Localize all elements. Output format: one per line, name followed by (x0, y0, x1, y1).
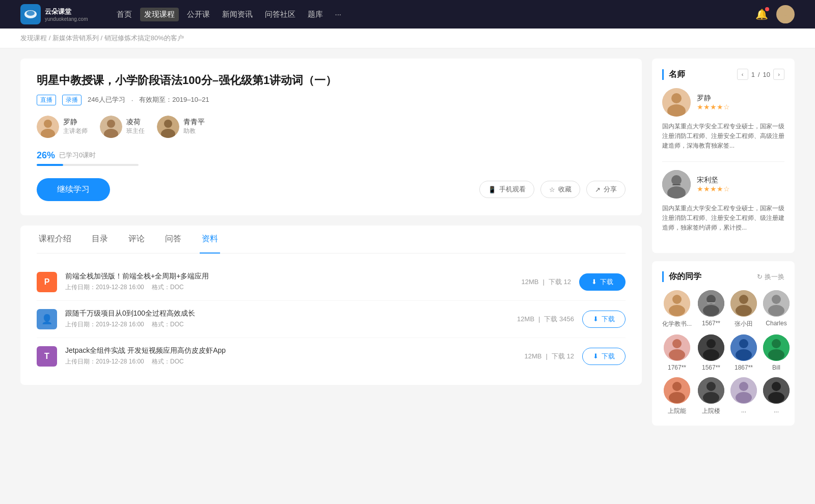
content-area: 明星中教授课，小学阶段语法100分–强化级第1讲动词（一） 直播 录播 246人… (20, 59, 642, 434)
classmate-6[interactable]: 1867** (730, 334, 757, 371)
svg-point-34 (672, 339, 682, 348)
prev-page-btn[interactable]: ‹ (737, 69, 748, 80)
page-total: 10 (763, 71, 770, 78)
classmate-0[interactable]: 化学教书... (662, 290, 692, 328)
logo-sub: yunduoketang.com (45, 16, 88, 22)
logo-name: 云朵课堂 (45, 7, 88, 16)
continue-button[interactable]: 继续学习 (37, 178, 110, 201)
sidebar-teacher-desc-1: 国内某重点大学安全工程专业硕士，国家一级注册消防工程师、注册安全工程师、级注册建… (662, 204, 784, 233)
resource-stats-1: 12MB | 下载 3456 (517, 315, 574, 324)
resource-meta-0: 上传日期：2019-12-28 16:00 格式：DOC (65, 283, 513, 292)
classmate-avatar-4 (664, 334, 690, 361)
svg-point-35 (669, 349, 685, 360)
classmate-9[interactable]: 上院楼 (698, 377, 724, 415)
tab-catalog[interactable]: 目录 (90, 226, 110, 254)
download-button-1[interactable]: ⬇ 下载 (582, 311, 626, 328)
svg-point-49 (707, 382, 716, 391)
main-layout: 明星中教授课，小学阶段语法100分–强化级第1讲动词（一） 直播 录播 246人… (0, 48, 815, 444)
teacher-1: 凌荷 班主任 (100, 116, 145, 138)
teacher-role-0: 主讲老师 (63, 127, 88, 135)
classmate-name-11: ... (774, 407, 779, 414)
breadcrumb-series[interactable]: 新媒体营销系列 (52, 34, 99, 42)
teacher-avatar-2 (157, 116, 179, 138)
nav-more[interactable]: ··· (331, 8, 346, 21)
resource-info-0: 前端全栈加强版！前端全栈+全周期+多端应用 上传日期：2019-12-28 16… (65, 272, 513, 292)
teacher-name-0: 罗静 (63, 118, 88, 127)
svg-point-31 (772, 295, 781, 304)
sidebar-teacher-desc-0: 国内某重点大学安全工程专业硕士，国家一级注册消防工程师、注册安全工程师、高级注册… (662, 122, 784, 151)
nav-news[interactable]: 新闻资讯 (218, 8, 257, 21)
svg-point-41 (736, 349, 752, 360)
progress-bar (37, 164, 139, 166)
classmate-3[interactable]: Charles (763, 290, 790, 328)
svg-point-28 (739, 295, 748, 304)
page-current: 1 (751, 71, 755, 78)
svg-rect-26 (707, 302, 715, 303)
sidebar-teacher-1: 宋利坚 ★★★★☆ 国内某重点大学安全工程专业硕士，国家一级注册消防工程师、注册… (662, 170, 784, 233)
classmate-name-9: 上院楼 (702, 407, 720, 415)
refresh-icon: ↻ (757, 273, 763, 281)
classmate-4[interactable]: 1767** (662, 334, 692, 371)
classmate-7[interactable]: Bill (763, 334, 790, 371)
download-button-0[interactable]: ⬇ 下载 (579, 273, 626, 291)
tab-review[interactable]: 评论 (126, 226, 147, 254)
nav-qa[interactable]: 问答社区 (261, 8, 300, 21)
classmate-11[interactable]: ... (763, 377, 790, 415)
tab-intro[interactable]: 课程介绍 (37, 226, 73, 254)
teacher-avatar-1 (100, 116, 122, 138)
svg-point-8 (107, 120, 115, 128)
tab-qa[interactable]: 问答 (163, 226, 183, 254)
badge-live: 直播 (37, 95, 56, 105)
svg-point-38 (703, 349, 719, 360)
refresh-button[interactable]: ↻ 换一换 (757, 272, 784, 282)
classmate-5[interactable]: 1567** (698, 334, 724, 371)
resource-info-2: Jetpack全组件实战 开发短视频应用高仿皮皮虾App 上传日期：2019-1… (65, 346, 517, 366)
tab-resource[interactable]: 资料 (200, 226, 220, 254)
svg-point-3 (779, 16, 792, 23)
sidebar-teacher-name-1: 宋利坚 (697, 176, 730, 185)
tabs-section: 课程介绍 目录 评论 问答 资料 P 前端全栈加强版！前端全栈+全周期+多端应用… (20, 226, 642, 385)
classmate-1[interactable]: 1567** (698, 290, 724, 328)
valid-date: 有效期至：2019–10–21 (139, 95, 209, 104)
resource-title-2: Jetpack全组件实战 开发短视频应用高仿皮皮虾App (65, 346, 517, 355)
resource-icon-2: T (37, 346, 57, 367)
bell-icon[interactable]: 🔔 (755, 8, 768, 20)
course-card: 明星中教授课，小学阶段语法100分–强化级第1讲动词（一） 直播 录播 246人… (20, 59, 642, 215)
breadcrumb: 发现课程 / 新媒体营销系列 / 销冠修炼术搞定80%的客户 (0, 29, 815, 48)
classmate-avatar-9 (698, 377, 724, 404)
header: 云朵课堂 yunduoketang.com 首页 发现课程 公开课 新闻资讯 问… (0, 0, 815, 29)
nav-quiz[interactable]: 题库 (304, 8, 327, 21)
download-icon-0: ⬇ (591, 278, 597, 286)
nav-discover[interactable]: 发现课程 (140, 8, 179, 21)
next-page-btn[interactable]: › (773, 69, 784, 80)
nav-home[interactable]: 首页 (113, 8, 136, 21)
breadcrumb-discover[interactable]: 发现课程 (20, 34, 47, 42)
classmate-2[interactable]: 张小田 (730, 290, 757, 328)
download-button-2[interactable]: ⬇ 下载 (582, 348, 626, 365)
resource-title-0: 前端全栈加强版！前端全栈+全周期+多端应用 (65, 272, 513, 281)
badge-record: 录播 (62, 95, 82, 105)
svg-point-44 (768, 349, 784, 360)
classmate-avatar-0 (664, 290, 690, 317)
share-button[interactable]: ↗ 分享 (586, 181, 626, 198)
pagination: ‹ 1 / 10 › (737, 69, 784, 80)
course-title: 明星中教授课，小学阶段语法100分–强化级第1讲动词（一） (37, 73, 626, 89)
resource-item-2: T Jetpack全组件实战 开发短视频应用高仿皮皮虾App 上传日期：2019… (37, 338, 626, 375)
classmate-avatar-2 (730, 290, 757, 317)
action-buttons: 📱 手机观看 ☆ 收藏 ↗ 分享 (479, 181, 626, 198)
svg-point-25 (703, 305, 719, 316)
svg-point-17 (671, 175, 682, 185)
course-meta: 直播 录播 246人已学习 · 有效期至：2019–10–21 (37, 95, 626, 105)
resource-meta-2: 上传日期：2019-12-28 16:00 格式：DOC (65, 357, 517, 366)
phone-watch-button[interactable]: 📱 手机观看 (479, 181, 534, 198)
collect-button[interactable]: ☆ 收藏 (540, 181, 580, 198)
classmate-8[interactable]: 上院能 (662, 377, 692, 415)
sidebar-teacher-stars-1: ★★★★☆ (697, 185, 730, 193)
logo[interactable]: 云朵课堂 yunduoketang.com (20, 4, 88, 24)
classmate-10[interactable]: ... (730, 377, 757, 415)
collect-label: 收藏 (558, 185, 572, 194)
classmate-name-10: ... (741, 407, 746, 414)
user-avatar[interactable] (776, 5, 795, 23)
nav-open[interactable]: 公开课 (183, 8, 214, 21)
svg-point-2 (782, 9, 789, 16)
